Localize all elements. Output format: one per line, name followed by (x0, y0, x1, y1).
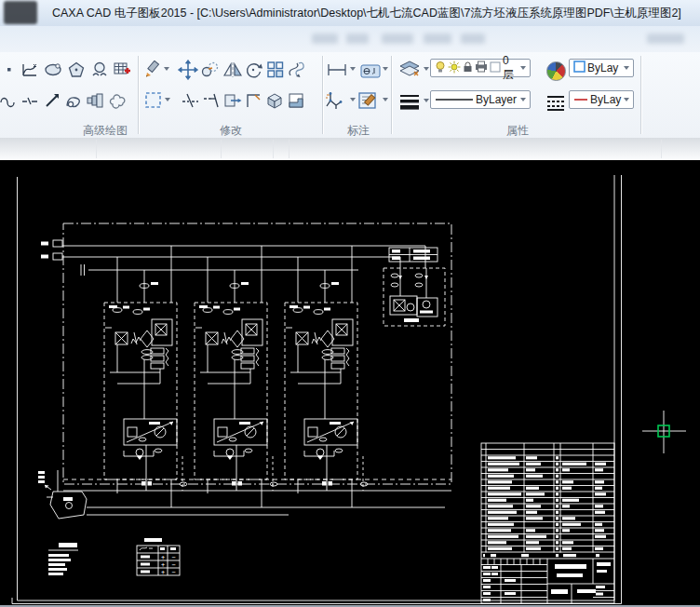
coordinate-dim-button[interactable] (325, 89, 347, 112)
cloud-icon (108, 91, 128, 110)
formula-curve-icon (20, 61, 39, 79)
dropdown-arrow-icon[interactable] (350, 98, 356, 101)
box3d-icon (265, 91, 284, 110)
chamfer-button[interactable] (243, 89, 265, 112)
dropdown-arrow-icon[interactable] (520, 98, 526, 101)
group-separator (391, 56, 392, 134)
ellipse-button[interactable] (42, 59, 64, 81)
line-width-button[interactable] (398, 90, 421, 113)
dropdown-arrow-icon[interactable] (624, 98, 629, 101)
app-icon[interactable] (4, 1, 37, 24)
dropdown-arrow-icon[interactable] (164, 67, 169, 71)
cloud-button[interactable] (107, 89, 129, 112)
tolerance-button[interactable] (359, 60, 382, 82)
trim-button[interactable] (180, 89, 202, 112)
polygon-icon (67, 61, 86, 79)
stretch-button[interactable] (222, 89, 245, 112)
wave-icon (0, 91, 20, 110)
coordinate-dim-icon (325, 90, 347, 111)
contour-icon (64, 91, 85, 110)
window-title: CAXA CAD 电子图板2015 - [C:\Users\Administra… (52, 6, 681, 21)
svg-text:−: − (171, 561, 175, 569)
crosshair-cursor (642, 411, 686, 453)
polygon-button[interactable] (65, 59, 88, 81)
group-label-advanced-drawing: 高级绘图 (49, 123, 161, 139)
linecolor-select[interactable]: ByLay (569, 90, 634, 109)
multiline-style-icon (545, 94, 566, 111)
title-bar: CAXA CAD 电子图板2015 - [C:\Users\Administra… (0, 0, 700, 27)
layers-button[interactable] (398, 59, 421, 81)
text-note-icon (357, 90, 380, 111)
dropdown-arrow-icon[interactable] (424, 67, 429, 71)
symbol-table: +− +− +− (137, 538, 180, 576)
table-button[interactable] (111, 59, 133, 81)
multiline-style-button[interactable] (545, 91, 567, 114)
color-wheel-button[interactable] (545, 60, 567, 82)
svg-text:+: + (161, 569, 165, 576)
mirror-button[interactable] (222, 59, 244, 81)
contour-button[interactable] (63, 89, 86, 112)
caxa-cad-window: { "window": { "title": "CAXA CAD 电子图板201… (0, 0, 700, 607)
color-wheel-icon (546, 61, 566, 81)
dropdown-arrow-icon[interactable] (350, 67, 356, 71)
formula-curve-button[interactable] (19, 59, 41, 81)
circle-arc-button[interactable] (88, 59, 111, 81)
linetype-select[interactable]: ByLayer (430, 90, 531, 109)
drawing-canvas[interactable]: +− +− +− (0, 160, 700, 607)
profile-button[interactable] (85, 89, 107, 112)
chamfer-icon (245, 91, 263, 110)
fill-button[interactable] (285, 89, 307, 112)
dropdown-arrow-icon[interactable] (520, 66, 526, 70)
arrow-icon (43, 91, 61, 110)
point-button[interactable] (0, 59, 20, 81)
line-width-icon (398, 92, 421, 111)
schematic: +− +− +− (12, 175, 686, 604)
trim-icon (181, 91, 201, 110)
ghost-tab (461, 34, 485, 44)
select-rect-button[interactable] (142, 89, 165, 112)
move-button[interactable] (177, 59, 199, 81)
dropdown-arrow-icon[interactable] (383, 98, 388, 101)
color-value: ByLay (587, 61, 621, 74)
scale-button[interactable] (286, 59, 308, 81)
array-button[interactable] (264, 59, 287, 81)
group-separator (640, 56, 641, 134)
linear-dim-button[interactable] (326, 59, 348, 81)
copy-icon (200, 61, 221, 79)
dropdown-arrow-icon[interactable] (383, 67, 388, 71)
array-icon (266, 61, 285, 79)
dropdown-arrow-icon[interactable] (424, 99, 429, 102)
select-rect-icon (144, 91, 163, 110)
ghost-tab (312, 34, 338, 44)
table-icon (113, 61, 131, 79)
extend-icon (202, 91, 222, 110)
copy-button[interactable] (199, 59, 222, 81)
text-note-button[interactable] (357, 89, 380, 112)
ghost-tab (346, 34, 369, 44)
linetype-sample-icon (435, 93, 474, 106)
layers-icon (398, 60, 421, 80)
ribbon-tab-bar[interactable] (0, 26, 700, 52)
layer-swatch-icon (490, 61, 501, 75)
ghost-tab (647, 34, 684, 44)
group-separator (138, 56, 139, 134)
layer-select[interactable]: 0层 (430, 59, 531, 77)
rotate-icon (244, 61, 264, 79)
dropdown-arrow-icon[interactable] (624, 66, 629, 70)
extend-button[interactable] (201, 89, 223, 112)
dropdown-arrow-icon[interactable] (165, 98, 170, 101)
oil-tank-unit (38, 470, 87, 519)
supply-bus-lines (41, 240, 425, 276)
box3d-button[interactable] (263, 89, 286, 112)
group-label-dimension: 标注 (303, 123, 414, 139)
lock-icon (463, 61, 473, 76)
wave-button[interactable] (0, 89, 20, 112)
polyline-button[interactable] (20, 89, 42, 112)
color-select[interactable]: ByLay (569, 59, 634, 77)
polyline-icon (20, 91, 41, 110)
arrow-button[interactable] (41, 89, 63, 112)
pencil-button[interactable] (141, 59, 164, 81)
rotate-button[interactable] (243, 59, 265, 81)
sun-icon (448, 61, 461, 76)
svg-text:−: − (171, 569, 175, 576)
